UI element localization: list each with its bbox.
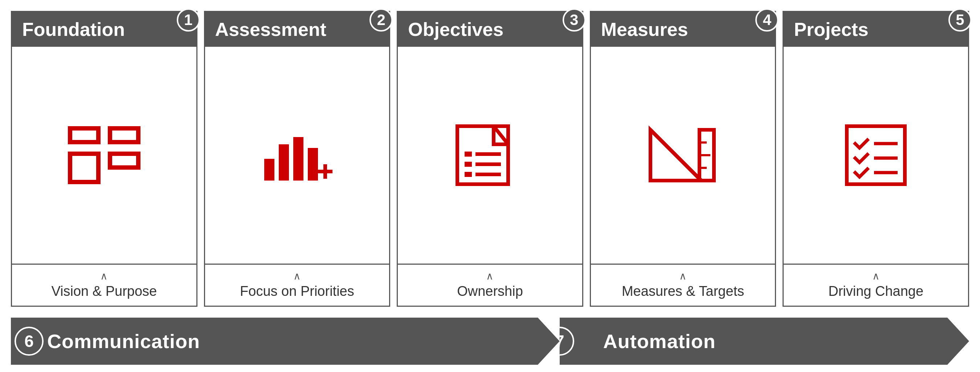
- footer-tick-3: ∧: [486, 271, 494, 281]
- card-footer-projects: ∧ Driving Change: [784, 264, 968, 306]
- svg-line-27: [651, 130, 701, 180]
- card-projects[interactable]: Projects 5 ∧ Driving Change: [783, 11, 969, 307]
- card-title-measures: Measures: [601, 19, 688, 40]
- footer-label-projects: Driving Change: [828, 283, 923, 299]
- card-body-measures: [591, 47, 775, 264]
- card-body-assessment: [205, 47, 390, 264]
- footer-tick-4: ∧: [679, 271, 687, 281]
- footer-tick-2: ∧: [293, 271, 301, 281]
- card-objectives[interactable]: Objectives 3 ∧ Ownership: [397, 11, 583, 307]
- bottom-row: 6 Communication 7 Automation: [11, 318, 969, 365]
- communication-label: Communication: [47, 330, 200, 352]
- communication-arrow[interactable]: 6 Communication: [11, 318, 560, 365]
- card-header-foundation: Foundation 1: [12, 12, 196, 47]
- card-header-projects: Projects 5: [784, 12, 968, 47]
- svg-rect-28: [847, 126, 905, 184]
- svg-rect-9: [279, 144, 289, 180]
- dashboard-icon: [64, 123, 144, 188]
- svg-rect-5: [112, 131, 136, 140]
- document-icon: [450, 123, 530, 188]
- svg-rect-13: [323, 164, 327, 179]
- card-header-objectives: Objectives 3: [398, 12, 582, 47]
- svg-rect-6: [72, 156, 96, 180]
- svg-rect-21: [476, 173, 501, 176]
- svg-rect-10: [293, 137, 304, 180]
- bottom-number-6: 6: [14, 327, 43, 356]
- automation-label: Automation: [603, 330, 716, 352]
- card-header-assessment: Assessment 2: [205, 12, 390, 47]
- svg-rect-4: [72, 131, 96, 140]
- svg-rect-19: [476, 162, 501, 166]
- card-body-objectives: [398, 47, 582, 264]
- card-footer-objectives: ∧ Ownership: [398, 264, 582, 306]
- card-assessment[interactable]: Assessment 2 ∧ Focus on Priorities: [204, 11, 391, 307]
- card-footer-foundation: ∧ Vision & Purpose: [12, 264, 196, 306]
- svg-rect-11: [308, 148, 318, 180]
- svg-rect-18: [465, 162, 472, 167]
- card-measures[interactable]: Measures 4 ∧ Measures & Targets: [590, 11, 776, 307]
- svg-rect-16: [465, 152, 472, 157]
- svg-rect-17: [476, 152, 501, 156]
- card-number-3: 3: [563, 8, 586, 32]
- chart-icon: [257, 123, 337, 188]
- card-number-4: 4: [755, 8, 778, 32]
- card-number-1: 1: [177, 8, 200, 32]
- card-title-projects: Projects: [794, 19, 868, 40]
- card-title-objectives: Objectives: [408, 19, 503, 40]
- footer-label-measures: Measures & Targets: [622, 283, 744, 299]
- card-number-5: 5: [948, 8, 972, 32]
- footer-tick-1: ∧: [100, 271, 108, 281]
- card-body-projects: [784, 47, 968, 264]
- card-body-foundation: [12, 47, 196, 264]
- card-foundation[interactable]: Foundation 1 ∧ Vision & Purpose: [11, 11, 197, 307]
- svg-line-15: [494, 126, 508, 144]
- card-title-assessment: Assessment: [215, 19, 326, 40]
- cards-row: Foundation 1 ∧ Vision & Purpose As: [11, 11, 969, 307]
- footer-label-assessment: Focus on Priorities: [240, 283, 354, 299]
- footer-label-foundation: Vision & Purpose: [51, 283, 157, 299]
- footer-label-objectives: Ownership: [457, 283, 523, 299]
- svg-rect-7: [112, 156, 136, 165]
- card-footer-assessment: ∧ Focus on Priorities: [205, 264, 390, 306]
- svg-rect-8: [264, 159, 274, 180]
- checklist-icon: [836, 123, 916, 188]
- ruler-icon: [643, 123, 723, 188]
- card-footer-measures: ∧ Measures & Targets: [591, 264, 775, 306]
- svg-rect-20: [465, 172, 472, 177]
- footer-tick-5: ∧: [872, 271, 880, 281]
- card-title-foundation: Foundation: [22, 19, 125, 40]
- card-number-2: 2: [369, 8, 393, 32]
- card-header-measures: Measures 4: [591, 12, 775, 47]
- automation-arrow[interactable]: 7 Automation: [560, 318, 969, 365]
